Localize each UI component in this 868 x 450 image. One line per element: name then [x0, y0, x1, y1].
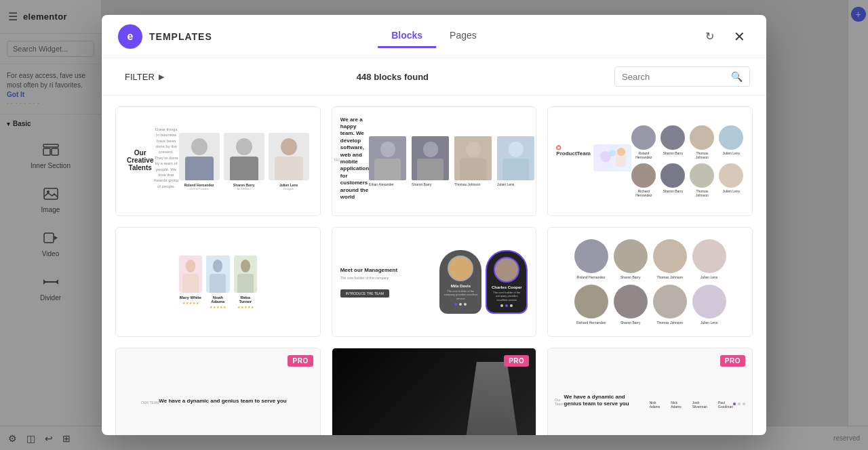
- tpl6-m5: Richard Hernandez: [574, 285, 608, 325]
- tpl3-grid: Roland Hernandez Sharon Barry Thomas Joh…: [631, 125, 744, 197]
- tpl5-left: Meet our Management The core builder of …: [340, 267, 433, 298]
- modal-logo: e: [118, 24, 142, 49]
- template-preview-2: TAG We are a happy team. We develop soft…: [332, 107, 536, 216]
- template-card-9[interactable]: PRO Our Team We have a dynamic and geniu…: [547, 348, 753, 435]
- modal-overlay[interactable]: e TEMPLATES Blocks Pages ↻ ✕ FILTER ▶: [0, 0, 868, 450]
- tpl1-avatar-1: [179, 133, 220, 180]
- tpl1-avatar-2: [224, 133, 264, 180]
- tpl5-title: Meet our Management: [340, 267, 433, 273]
- filter-button[interactable]: FILTER ▶: [118, 68, 171, 86]
- tpl8-content: Meet The Team Great things in business a…: [384, 426, 484, 435]
- template-card-3[interactable]: ⭕ ProductTeam: [547, 106, 753, 216]
- tpl1-avatar-3: [269, 133, 309, 180]
- tpl2-member-3: Thomas Johnson: [454, 136, 492, 186]
- tpl2-photo-2: [412, 136, 449, 180]
- tpl2-text: We are a happy team. We develop software…: [340, 117, 369, 201]
- modal-content[interactable]: Our Creative Talents Great things in bus…: [102, 96, 766, 435]
- pro-badge-8: PRO: [504, 355, 529, 367]
- templates-grid: Our Creative Talents Great things in bus…: [115, 106, 753, 435]
- modal-toolbar: FILTER ▶ 448 blocks found 🔍: [102, 58, 766, 96]
- tpl5-avatar-1: [448, 255, 473, 281]
- tpl6-m4: Julien Lens: [692, 239, 726, 279]
- tpl6-grid: Roland Hernandez Sharon Barry Thomas Joh…: [574, 239, 726, 325]
- template-card-2[interactable]: TAG We are a happy team. We develop soft…: [332, 106, 537, 216]
- tpl4-photo-1: [179, 255, 202, 293]
- tpl3-m4: Julien Lens: [719, 125, 744, 159]
- tpl3-m1: Roland Hernandez: [631, 125, 656, 159]
- tab-blocks[interactable]: Blocks: [378, 24, 436, 48]
- tpl3-m7: Thomas Johnson: [690, 163, 715, 197]
- search-icon: 🔍: [731, 71, 743, 82]
- tpl1-heading: Our Creative Talents: [127, 149, 153, 171]
- tpl3-logo: ⭕ ProductTeam: [556, 144, 593, 157]
- tpl2-member-1: Ethan Alexander: [369, 136, 406, 186]
- modal-header: e TEMPLATES Blocks Pages ↻ ✕: [102, 15, 766, 58]
- tpl2-name-2: Sharon Barry: [412, 182, 449, 186]
- tpl4-team-row: Mary White ★★★★★ Noah Adams ★★★★★: [179, 255, 257, 309]
- tpl9-tag: Our Team: [555, 398, 564, 406]
- pro-badge-7: PRO: [288, 355, 313, 367]
- tpl5-person-2: Charles Cooper The core builder of the c…: [486, 250, 528, 314]
- tpl5-subtitle: The core builder of the company: [340, 276, 433, 280]
- tpl9-photos: [642, 384, 650, 422]
- tpl5-desc-1: The core builder of the company provides…: [443, 289, 477, 300]
- tpl2-member-4: Julien Lens: [497, 136, 534, 186]
- template-preview-3: ⭕ ProductTeam: [548, 107, 752, 216]
- tpl4-m2: Noah Adams ★★★★★: [206, 255, 229, 309]
- template-card-4[interactable]: Mary White ★★★★★ Noah Adams ★★★★★: [115, 227, 321, 337]
- tpl6-m1: Roland Hernandez: [574, 239, 608, 279]
- tpl5-name-2: Charles Cooper: [491, 285, 522, 289]
- tpl1-title-3: Designer: [269, 187, 309, 190]
- tpl1-subtext: Great things in business have been done …: [153, 127, 178, 189]
- tpl1-member-3: Julien Lens Designer: [269, 133, 309, 190]
- svg-point-13: [617, 148, 625, 156]
- refresh-button[interactable]: ↻: [698, 26, 720, 47]
- tab-pages[interactable]: Pages: [436, 24, 490, 48]
- template-preview-6: Roland Hernandez Sharon Barry Thomas Joh…: [548, 228, 752, 336]
- template-card-8[interactable]: PRO Meet The Team Great things in busine…: [332, 348, 537, 435]
- tpl3-illustration: [593, 144, 631, 171]
- tpl4-m1: Mary White ★★★★★: [179, 255, 202, 309]
- tpl2-photo-1: [369, 136, 406, 180]
- tpl1-name-1: Roland Hernandez: [179, 183, 220, 187]
- results-count: 448 blocks found: [182, 72, 604, 82]
- search-input[interactable]: [622, 72, 727, 82]
- header-actions: ↻ ✕: [698, 26, 750, 47]
- tpl6-m7: Thomas Johnson: [653, 285, 687, 325]
- tpl2-name-1: Ethan Alexander: [369, 182, 406, 186]
- templates-modal: e TEMPLATES Blocks Pages ↻ ✕ FILTER ▶: [102, 15, 766, 435]
- search-box[interactable]: 🔍: [614, 66, 750, 87]
- tpl3-m2: Sharon Barry: [660, 125, 686, 159]
- tpl3-m5: Richard Hernandez: [631, 163, 656, 197]
- tpl3-header: ⭕ ProductTeam: [556, 144, 631, 171]
- tpl2-name-4: Julien Lens: [497, 182, 534, 186]
- filter-arrow-icon: ▶: [159, 73, 164, 81]
- tpl9-title: We have a dynamic and genius team to ser…: [564, 394, 642, 408]
- tpl3-m3: Thomas Johnson: [690, 125, 715, 159]
- tpl6-m2: Sharon Barry: [614, 239, 648, 279]
- tpl7-tag: OUR TEAM: [141, 401, 159, 405]
- template-card-6[interactable]: Roland Hernandez Sharon Barry Thomas Joh…: [547, 227, 753, 337]
- modal-tabs: Blocks Pages: [378, 24, 490, 48]
- tpl2-name-3: Thomas Johnson: [454, 182, 492, 186]
- tpl5-name-1: Mila Davis: [443, 284, 477, 288]
- template-card-7[interactable]: PRO OUR TEAM We have a dynamic and geniu…: [115, 348, 321, 435]
- tpl6-m6: Sharon Barry: [614, 285, 648, 325]
- tpl8-person-silhouette: [461, 362, 522, 435]
- tpl4-photo-3: [234, 255, 257, 293]
- template-card-5[interactable]: Meet our Management The core builder of …: [332, 227, 537, 337]
- tpl9-names: Nick Adams Nick Adams Josh Silverman Pau…: [650, 401, 733, 409]
- tpl3-m8: Julien Lens: [719, 163, 744, 197]
- tpl2-tag: TAG: [334, 158, 340, 162]
- template-card-1[interactable]: Our Creative Talents Great things in bus…: [115, 106, 321, 216]
- template-preview-5: Meet our Management The core builder of …: [332, 228, 536, 336]
- tpl4-m3: Reba Turner ★★★★★: [234, 255, 257, 309]
- close-button[interactable]: ✕: [728, 26, 750, 47]
- tpl6-m3: Thomas Johnson: [653, 239, 687, 279]
- header-wrapper: e TEMPLATES Blocks Pages ↻ ✕: [118, 24, 750, 49]
- tpl1-team-row: Roland Hernandez CEO & Founder Sharon Ba…: [179, 133, 309, 190]
- tpl1-member-2: Sharon Barry Art Director: [224, 133, 264, 190]
- tpl2-photo-4: [497, 136, 534, 180]
- tpl2-photo-3: [454, 136, 492, 180]
- template-preview-1: Our Creative Talents Great things in bus…: [116, 107, 320, 216]
